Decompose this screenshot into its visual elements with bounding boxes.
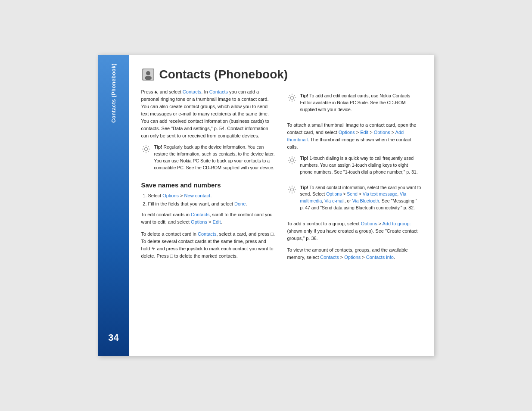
- svg-line-40: [294, 187, 295, 187]
- menu-key-symbol: ♠: [155, 89, 157, 94]
- svg-point-14: [290, 96, 293, 99]
- options-link-step1[interactable]: Options: [162, 193, 179, 198]
- page-container: Contacts (Phonebook) 34 Contacts (Phoneb…: [98, 55, 434, 356]
- svg-line-19: [289, 95, 290, 96]
- contacts-link-2[interactable]: Contacts: [209, 89, 228, 94]
- send-link[interactable]: Send: [347, 191, 358, 196]
- options-link-send[interactable]: Options: [326, 191, 342, 196]
- via-email-link[interactable]: Via e-mail: [324, 198, 345, 203]
- sidebar: Contacts (Phonebook) 34: [98, 55, 129, 356]
- tip-box-4: Tip! To send contact information, select…: [287, 184, 421, 216]
- steps-list: Select Options > New contact. Fill in th…: [141, 192, 275, 208]
- contacts-link-view[interactable]: Contacts: [320, 255, 339, 260]
- tip-box-3: Tip! 1-touch dialing is a quick way to c…: [287, 155, 421, 180]
- svg-line-28: [289, 158, 290, 159]
- step-2: Fill in the fields that you want, and se…: [148, 200, 275, 208]
- contacts-link-delete[interactable]: Contacts: [198, 231, 216, 237]
- svg-line-30: [289, 162, 290, 163]
- delete-paragraph: To delete a contact card in Contacts, se…: [141, 230, 275, 260]
- svg-point-4: [145, 76, 152, 80]
- two-column-layout: Press ♠, and select Contacts. In Contact…: [141, 88, 421, 265]
- svg-point-5: [144, 148, 147, 151]
- svg-line-10: [143, 146, 144, 147]
- svg-line-12: [143, 151, 144, 152]
- page-title: Contacts (Phonebook): [159, 68, 288, 81]
- tip-text-1: Tip! Regularly back up the device inform…: [154, 144, 275, 171]
- contacts-link-edit[interactable]: Contacts: [191, 212, 209, 217]
- svg-point-3: [146, 71, 150, 75]
- tip-box-2: Tip! To add and edit contact cards, use …: [287, 93, 421, 117]
- svg-line-11: [148, 151, 149, 152]
- title-area: Contacts (Phonebook): [141, 68, 421, 81]
- svg-point-23: [290, 159, 293, 162]
- svg-line-39: [289, 191, 290, 192]
- svg-line-31: [294, 158, 295, 159]
- svg-line-22: [294, 95, 295, 96]
- svg-line-38: [294, 191, 295, 192]
- options-link-thumb2[interactable]: Options: [374, 130, 390, 135]
- svg-point-32: [290, 188, 293, 191]
- sidebar-chapter-label: Contacts (Phonebook): [111, 63, 117, 123]
- svg-line-20: [294, 100, 295, 101]
- svg-line-37: [289, 187, 290, 187]
- svg-line-29: [294, 162, 295, 163]
- via-text-link[interactable]: Via text message: [363, 191, 397, 196]
- contacts-link-1[interactable]: Contacts: [183, 89, 201, 94]
- edit-link[interactable]: Edit: [213, 219, 221, 224]
- tip-box-1: Tip! Regularly back up the device inform…: [141, 144, 275, 175]
- right-column: Tip! To add and edit contact cards, use …: [287, 88, 421, 265]
- step-1: Select Options > New contact.: [148, 192, 275, 199]
- options-link-group[interactable]: Options: [361, 221, 377, 226]
- view-paragraph: To view the amount of contacts, groups, …: [287, 246, 421, 261]
- tip-icon-4: [287, 185, 297, 194]
- contacts-info-link[interactable]: Contacts info: [366, 255, 394, 260]
- done-link[interactable]: Done: [234, 201, 246, 206]
- group-paragraph: To add a contact to a group, select Opti…: [287, 220, 421, 242]
- svg-line-21: [289, 100, 290, 101]
- add-to-group-link[interactable]: Add to group:: [383, 221, 411, 226]
- tip-icon-2: [287, 93, 297, 103]
- new-contact-link[interactable]: New contact: [184, 193, 211, 198]
- tip-icon-3: [287, 156, 297, 165]
- intro-paragraph: Press ♠, and select Contacts. In Contact…: [141, 88, 275, 140]
- options-link-thumb[interactable]: Options: [339, 130, 355, 135]
- left-column: Press ♠, and select Contacts. In Contact…: [141, 88, 275, 265]
- options-link-edit[interactable]: Options: [191, 219, 207, 224]
- contacts-icon: [141, 68, 155, 81]
- thumbnail-paragraph: To attach a small thumbnail image to a c…: [287, 121, 421, 151]
- via-bluetooth-link[interactable]: Via Bluetooth: [352, 198, 379, 203]
- tip-icon-1: [141, 144, 151, 154]
- sidebar-page-number: 34: [108, 332, 118, 343]
- main-content: Contacts (Phonebook) Press ♠, and select…: [129, 55, 434, 356]
- shift-icon: ⚘: [151, 246, 156, 251]
- edit-link-thumb[interactable]: Edit: [360, 130, 368, 135]
- tip-text-4: Tip! To send contact information, select…: [300, 184, 421, 212]
- edit-paragraph: To edit contact cards in Contacts, scrol…: [141, 211, 275, 226]
- section-heading-save: Save names and numbers: [141, 181, 275, 189]
- svg-line-13: [148, 146, 149, 147]
- tip-text-2: Tip! To add and edit contact cards, use …: [300, 93, 421, 113]
- tip-text-3: Tip! 1-touch dialing is a quick way to c…: [300, 155, 421, 175]
- options-link-view[interactable]: Options: [344, 255, 361, 260]
